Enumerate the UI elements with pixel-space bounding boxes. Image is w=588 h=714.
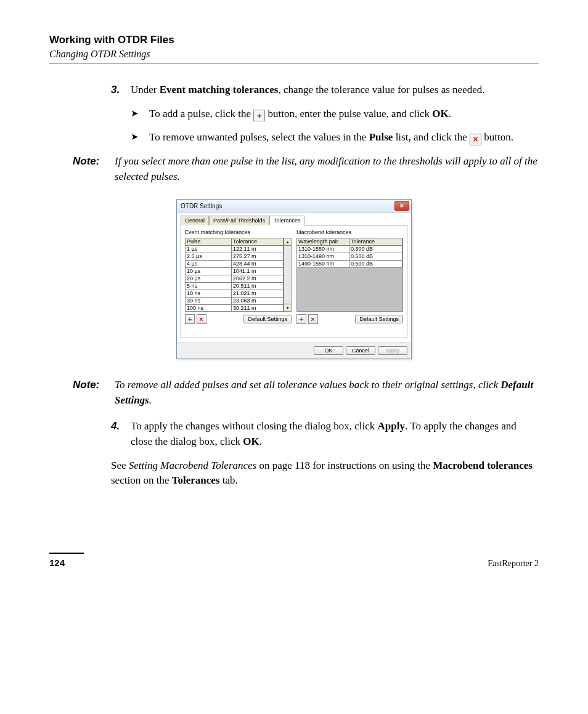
table-row[interactable]: 4 µs428.44 m [186,261,284,268]
page: Working with OTDR Files Changing OTDR Se… [0,0,588,593]
note-2: Note: To remove all added pulses and set… [73,378,539,408]
table-row[interactable]: 100 ns30.211 m [186,305,284,312]
section-title: Working with OTDR Files [49,34,539,46]
plus-icon: + [253,110,265,121]
table-row[interactable]: 1310-1490 nm0.500 dB [297,253,402,261]
table-header: Pulse Tolerance [186,238,284,246]
dialog-body: General Pass/Fail Thresholds Tolerances … [177,213,411,342]
see-paragraph: See Setting Macrobend Tolerances on page… [111,458,539,489]
app-name: FastReporter 2 [488,559,539,569]
remove-pulse-button[interactable]: × [197,314,206,324]
left-label: Event matching tolerances [185,229,292,235]
default-settings-button[interactable]: Default Settings [243,315,292,323]
note-1: Note: If you select more than one pulse … [73,154,539,184]
default-settings-button-right[interactable]: Default Settings [355,315,403,323]
dialog-titlebar: OTDR Settings ✕ [177,200,411,213]
table-row[interactable]: 5 ns20.511 m [186,283,284,290]
step-3: 3. Under Event matching tolerances, chan… [111,83,539,98]
dialog-title: OTDR Settings [181,203,222,209]
table-header: Wavelength pair Tolerance [297,238,402,246]
bullet-remove-pulse: ➤ To remove unwanted pulses, select the … [131,130,539,145]
x-icon: × [470,134,481,145]
table-row[interactable]: 30 ns23.063 m [186,298,284,305]
otdr-settings-dialog: OTDR Settings ✕ General Pass/Fail Thresh… [176,199,412,359]
page-number: 124 [49,558,65,568]
footer-divider [49,553,84,554]
step-number: 4. [111,419,131,449]
tab-pane: Event matching tolerances Pulse Toleranc… [181,225,407,338]
bullet-add-pulse: ➤ To add a pulse, click the + button, en… [131,107,539,122]
tab-passfail[interactable]: Pass/Fail Thresholds [209,216,269,225]
table-row[interactable]: 10 µs1041.1 m [186,268,284,275]
bullet-marker: ➤ [131,130,149,145]
cancel-button[interactable]: Cancel [346,346,375,355]
bullet-body: To remove unwanted pulses, select the va… [149,130,539,145]
close-icon[interactable]: ✕ [394,201,409,211]
remove-wavelength-button[interactable]: × [308,314,318,324]
right-button-row: + × Default Settings [296,314,403,324]
step-body: To apply the changes without closing the… [131,419,539,449]
header-divider [49,63,539,64]
bullet-body: To add a pulse, click the + button, ente… [149,107,539,122]
wavelength-table[interactable]: Wavelength pair Tolerance 1310-1550 nm0.… [296,238,403,312]
page-footer: 124 FastReporter 2 [49,558,539,569]
note-body: If you select more than one pulse in the… [115,154,539,184]
macrobend-col: Macrobend tolerances Wavelength pair Tol… [296,229,403,334]
table-row[interactable]: 2.5 µs275.27 m [186,253,284,261]
right-label: Macrobend tolerances [296,229,403,235]
table-row[interactable]: 1310-1550 nm0.500 dB [297,246,402,253]
scroll-down-icon[interactable]: ▾ [284,304,291,311]
tab-strip: General Pass/Fail Thresholds Tolerances [181,215,407,225]
add-pulse-button[interactable]: + [185,314,195,324]
note-body: To remove all added pulses and set all t… [115,378,539,408]
step-number: 3. [111,83,131,98]
section-subtitle: Changing OTDR Settings [49,49,539,60]
note-label: Note: [73,154,115,184]
ok-button[interactable]: OK [314,346,343,355]
note-label: Note: [73,378,115,408]
tab-tolerances[interactable]: Tolerances [269,216,305,225]
tab-general[interactable]: General [181,216,209,225]
step-4: 4. To apply the changes without closing … [111,419,539,449]
table-row[interactable]: 20 µs2062.2 m [186,275,284,283]
dialog-screenshot: OTDR Settings ✕ General Pass/Fail Thresh… [49,199,539,359]
step-body: Under Event matching tolerances, change … [131,83,539,98]
scrollbar[interactable]: ▴ ▾ [284,238,291,311]
table-row[interactable]: 1 µs122.11 m [186,246,284,253]
table-row[interactable]: 1490-1550 nm0.500 dB [297,261,402,268]
apply-button[interactable]: Apply [378,346,407,355]
event-matching-col: Event matching tolerances Pulse Toleranc… [185,229,292,334]
pulse-table[interactable]: Pulse Tolerance 1 µs122.11 m 2.5 µs275.2… [185,238,292,312]
scroll-up-icon[interactable]: ▴ [284,238,291,246]
left-button-row: + × Default Settings [185,314,292,324]
dialog-footer: OK Cancel Apply [177,342,411,359]
bullet-marker: ➤ [131,107,149,122]
table-row[interactable]: 10 ns21.021 m [186,290,284,298]
add-wavelength-button[interactable]: + [296,314,306,324]
